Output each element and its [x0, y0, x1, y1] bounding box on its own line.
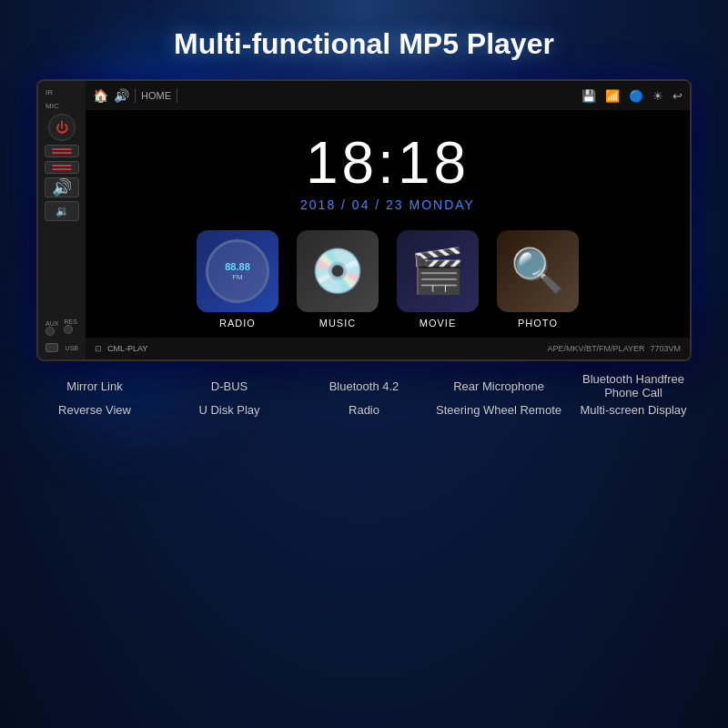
time-display: 18:18 [306, 134, 470, 192]
aux-res-row: AUX RES [42, 317, 82, 336]
usb-label: USB [62, 345, 78, 351]
usb-row: USB [42, 343, 82, 352]
movie-label: MOVIE [420, 318, 456, 329]
music-app[interactable]: 💿 MUSIC [297, 230, 379, 329]
music-app-icon: 💿 [297, 230, 379, 312]
status-home-section: 🏠 🔊 HOME [93, 88, 177, 103]
movie-app[interactable]: 🎬 MOVIE [397, 230, 479, 329]
feature-bluetooth42: Bluetooth 4.2 [297, 379, 431, 393]
usb-port[interactable] [46, 343, 58, 352]
music-label: MUSIC [319, 318, 356, 329]
home-icon[interactable]: 🏠 [93, 88, 108, 103]
bottom-bar-left: ⊡ CML-PLAY [95, 344, 147, 353]
bottom-bar-right: APE/MKV/BT/FM/PLAYER 7703VM [548, 344, 681, 353]
radio-app[interactable]: 88.88 FM RADIO [197, 230, 278, 329]
brand-label: CML-PLAY [107, 344, 147, 353]
next-track-button[interactable] [45, 145, 79, 157]
device: IR MIC ⏻ 🔊 [36, 79, 692, 361]
home-label: HOME [141, 90, 171, 101]
power-button[interactable]: ⏻ [48, 114, 76, 141]
features-row-1: Mirror Link D-BUS Bluetooth 4.2 Rear Mic… [27, 372, 701, 399]
feature-multiscreen: Multi-screen Display [566, 403, 701, 417]
feature-bt-handfree: Bluetooth Handfree Phone Call [566, 372, 701, 399]
ir-label: IR [42, 88, 82, 96]
radio-label: RADIO [219, 318, 256, 329]
movie-app-icon: 🎬 [397, 230, 479, 312]
photo-label: PHOTO [518, 318, 558, 329]
back-icon[interactable]: ↩ [672, 89, 682, 103]
left-panel: IR MIC ⏻ 🔊 [38, 81, 86, 359]
status-bar: 🏠 🔊 HOME 💾 📶 🔵 ☀ ↩ [86, 81, 690, 110]
radio-clock: 88.88 FM [206, 239, 269, 303]
page-title: Multi-functional MP5 Player [0, 0, 728, 79]
res-label: RES [64, 318, 76, 325]
main-screen: 18:18 2018 / 04 / 23 MONDAY 88.88 FM RAD… [86, 110, 690, 338]
bottom-bar: ⊡ CML-PLAY APE/MKV/BT/FM/PLAYER 7703VM [86, 338, 690, 359]
prev-track-button[interactable] [45, 161, 79, 174]
features-section: Mirror Link D-BUS Bluetooth 4.2 Rear Mic… [0, 361, 728, 424]
feature-steering: Steering Wheel Remote [431, 403, 566, 417]
status-divider [135, 88, 136, 103]
model-label: 7703VM [650, 344, 681, 353]
mic-label: MIC [42, 102, 82, 110]
volume-down-button[interactable]: 🔉 [45, 201, 79, 221]
feature-mirror-link: Mirror Link [27, 379, 162, 393]
res-port[interactable] [64, 325, 73, 334]
device-wrapper: IR MIC ⏻ 🔊 [0, 79, 728, 361]
volume-up-button[interactable]: 🔊 [45, 177, 79, 197]
codec-label: APE/MKV/BT/FM/PLAYER [548, 344, 645, 353]
radio-freq: 88.88 [225, 261, 250, 272]
signal-icon: 📶 [605, 89, 620, 103]
sd-icon: 💾 [581, 89, 596, 103]
feature-rear-mic: Rear Microphone [431, 379, 566, 393]
feature-dbus: D-BUS [162, 379, 297, 393]
photo-app-icon: 🔍 [497, 230, 579, 312]
photo-app[interactable]: 🔍 PHOTO [497, 230, 579, 329]
status-right: 💾 📶 🔵 ☀ ↩ [581, 89, 682, 103]
feature-radio: Radio [297, 403, 431, 417]
screen-area: 🏠 🔊 HOME 💾 📶 🔵 ☀ ↩ 18:18 2018 / 04 / 2 [86, 81, 690, 359]
aux-label: AUX [46, 320, 58, 327]
apps-grid: 88.88 FM RADIO 💿 MUSIC [197, 230, 579, 329]
status-divider2 [177, 88, 177, 103]
feature-reverse-view: Reverse View [27, 403, 162, 417]
radio-app-icon: 88.88 FM [197, 230, 278, 312]
usb-icon-small: ⊡ [95, 344, 102, 353]
date-display: 2018 / 04 / 23 MONDAY [300, 197, 475, 212]
feature-udisk: U Disk Play [162, 403, 297, 417]
bluetooth-icon: 🔵 [629, 89, 643, 103]
features-row-2: Reverse View U Disk Play Radio Steering … [27, 403, 701, 417]
brightness-icon: ☀ [652, 89, 663, 103]
aux-port[interactable] [46, 327, 55, 336]
volume-icon[interactable]: 🔊 [114, 88, 129, 103]
